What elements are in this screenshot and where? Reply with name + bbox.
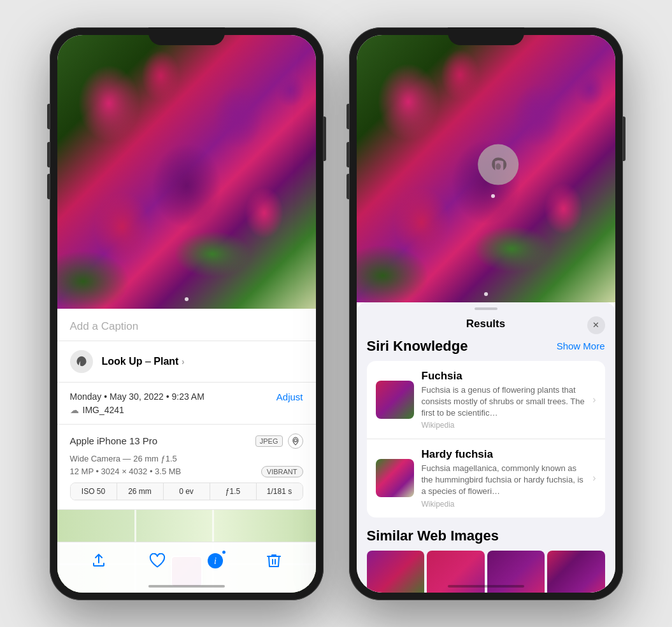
leaf-icon xyxy=(75,355,88,368)
format-badge: JPEG xyxy=(255,435,283,447)
date-text: Monday • May 30, 2022 • 9:23 AM xyxy=(70,391,204,402)
info-badge xyxy=(221,549,227,555)
exif-row: ISO 50 26 mm 0 ev ƒ1.5 1/181 s xyxy=(70,483,303,500)
svg-point-0 xyxy=(294,439,297,442)
phone-2: Results ✕ Siri Knowledge Show More xyxy=(349,27,623,600)
hardy-text: Hardy fuchsia Fuchsia magellanica, commo… xyxy=(422,448,585,509)
web-images-section: Similar Web Images xyxy=(367,528,605,593)
exif-focal: 26 mm xyxy=(117,483,164,500)
camera-name: Apple iPhone 13 Pro xyxy=(70,435,158,446)
photo-info: Monday • May 30, 2022 • 9:23 AM Adjust ☁… xyxy=(57,383,316,425)
web-image-1[interactable] xyxy=(367,551,425,593)
lookup-row[interactable]: Look Up – Plant › xyxy=(57,341,316,383)
sheet-handle[interactable] xyxy=(475,307,497,310)
svg-point-3 xyxy=(496,163,501,169)
lookup-label: Look Up – Plant › xyxy=(102,356,185,367)
exif-iso: ISO 50 xyxy=(71,483,117,500)
photo2-dot xyxy=(484,292,488,296)
home-indicator-1 xyxy=(148,585,225,588)
results-body: Siri Knowledge Show More Fuchsia Fuchsia… xyxy=(357,338,615,593)
results-title: Results xyxy=(466,318,505,330)
fuchsia-source: Wikipedia xyxy=(422,421,585,430)
heart-button[interactable] xyxy=(143,547,171,575)
siri-dot xyxy=(491,194,495,198)
caption-placeholder: Add a Caption xyxy=(70,320,139,332)
exif-ev: 0 ev xyxy=(164,483,210,500)
hardy-chevron: › xyxy=(592,472,596,484)
hardy-thumb xyxy=(376,459,414,497)
hardy-name: Hardy fuchsia xyxy=(422,448,585,461)
hardy-source: Wikipedia xyxy=(422,500,585,509)
photo2-display xyxy=(357,35,615,302)
fuchsia-text: Fuchsia Fuchsia is a genus of flowering … xyxy=(422,370,585,430)
hardy-desc: Fuchsia magellanica, commonly known as t… xyxy=(422,463,585,498)
share-button[interactable] xyxy=(85,547,113,575)
filename: IMG_4241 xyxy=(83,405,124,415)
svg-text:i: i xyxy=(214,556,217,566)
adjust-button[interactable]: Adjust xyxy=(276,391,303,402)
siri-knowledge-title: Siri Knowledge xyxy=(367,338,468,355)
siri-knowledge-header: Siri Knowledge Show More xyxy=(367,338,605,355)
home-indicator-2 xyxy=(448,585,524,588)
siri-visual-badge xyxy=(478,144,518,185)
web-images-title: Similar Web Images xyxy=(367,528,605,544)
info-button[interactable]: i xyxy=(201,547,229,575)
web-image-4[interactable] xyxy=(547,551,605,593)
camera-info: Apple iPhone 13 Pro JPEG Wide Camera xyxy=(57,425,316,510)
knowledge-item-hardy[interactable]: Hardy fuchsia Fuchsia magellanica, commo… xyxy=(367,439,605,518)
specs-text: 12 MP • 3024 × 4032 • 3.5 MB xyxy=(70,467,182,476)
knowledge-item-fuchsia[interactable]: Fuchsia Fuchsia is a genus of flowering … xyxy=(367,361,605,439)
fuchsia-chevron: › xyxy=(592,394,596,405)
trash-button[interactable] xyxy=(260,547,288,575)
exif-shutter: 1/181 s xyxy=(257,483,303,500)
phones-container: Add a Caption Look Up – Plant xyxy=(50,27,623,600)
lookup-icon xyxy=(70,350,93,373)
fuchsia-thumb xyxy=(376,381,414,419)
show-more-button[interactable]: Show More xyxy=(557,341,605,351)
close-button[interactable]: ✕ xyxy=(587,316,605,334)
exif-aperture: ƒ1.5 xyxy=(210,483,257,500)
fuchsia-desc: Fuchsia is a genus of flowering plants t… xyxy=(422,384,585,419)
photo-dot xyxy=(185,297,189,301)
notch-1 xyxy=(148,27,225,45)
results-sheet: Results ✕ Siri Knowledge Show More xyxy=(357,302,615,593)
notch-2 xyxy=(448,27,524,45)
caption-area[interactable]: Add a Caption xyxy=(57,309,316,341)
knowledge-card: Fuchsia Fuchsia is a genus of flowering … xyxy=(367,361,605,518)
photo-display[interactable] xyxy=(57,35,316,309)
fuchsia-name: Fuchsia xyxy=(422,370,585,383)
camera-badges: JPEG xyxy=(255,433,303,449)
cloud-icon: ☁ xyxy=(70,405,79,415)
vibrant-badge: VIBRANT xyxy=(261,466,303,477)
phone-1: Add a Caption Look Up – Plant xyxy=(50,27,324,600)
results-header: Results ✕ xyxy=(357,313,615,338)
lens-info: Wide Camera — 26 mm ƒ1.5 xyxy=(70,454,303,463)
location-badge xyxy=(288,433,303,449)
